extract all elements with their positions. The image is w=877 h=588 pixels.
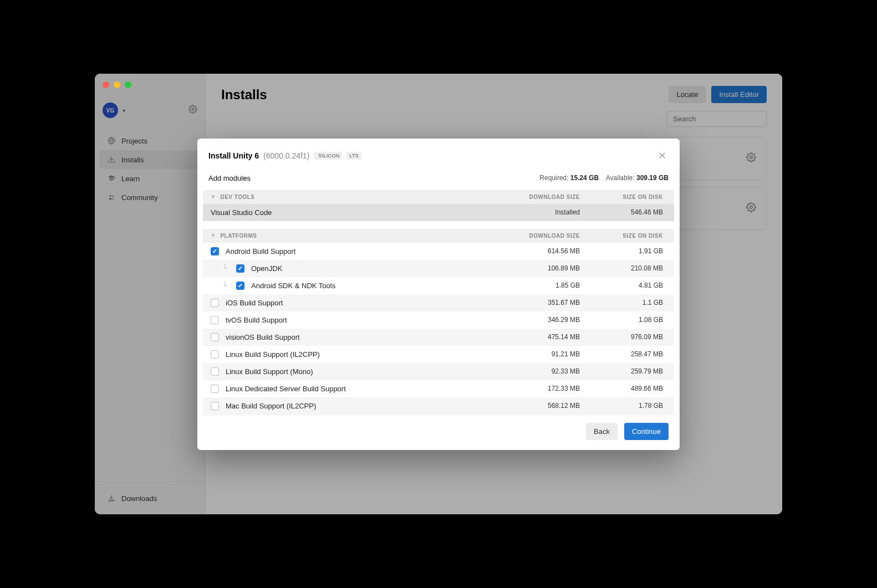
module-checkbox[interactable] [211, 299, 219, 307]
module-disk-size: 258.47 MB [583, 350, 666, 358]
module-name: Linux Build Support (Mono) [226, 367, 313, 376]
modal-subheader: Add modules Required: 15.24 GB Available… [197, 171, 680, 188]
col-download-size: DOWNLOAD SIZE [500, 233, 583, 239]
module-name: visionOS Build Support [226, 333, 300, 341]
space-info: Required: 15.24 GB Available: 309.19 GB [539, 174, 669, 182]
required-value: 15.24 GB [570, 174, 599, 182]
module-download-size: 172.33 MB [500, 385, 583, 392]
module-name: OpenJDK [251, 264, 282, 273]
silicon-chip: SILICON [314, 152, 342, 160]
module-installed-label: Installed [500, 208, 583, 216]
module-disk-size: 210.08 MB [583, 264, 666, 272]
module-row: Linux Build Support (Mono)92.33 MB259.79… [203, 363, 674, 380]
col-size-on-disk: SIZE ON DISK [583, 194, 666, 200]
window-controls [103, 81, 131, 88]
tree-branch-icon: └ [223, 264, 230, 273]
module-disk-size: 489.66 MB [583, 385, 666, 392]
available-value: 309.19 GB [636, 174, 669, 182]
modal-title: Install Unity 6 [208, 151, 259, 160]
modal-version: (6000.0.24f1) [263, 151, 309, 160]
module-download-size: 614.56 MB [500, 247, 583, 255]
back-button[interactable]: Back [586, 423, 618, 440]
app-window: VG ▾ Projects Installs [95, 74, 782, 514]
module-row-left: Linux Build Support (Mono) [211, 367, 500, 376]
module-row-left: Android Build Support [211, 247, 500, 255]
module-name: Linux Dedicated Server Build Support [226, 385, 346, 393]
section-header-devtools: ▼ DEV TOOLS DOWNLOAD SIZE SIZE ON DISK [203, 190, 674, 204]
module-checkbox[interactable] [211, 316, 219, 324]
window-close-icon[interactable] [103, 81, 109, 88]
module-row-left: tvOS Build Support [211, 316, 500, 324]
add-modules-label: Add modules [208, 174, 251, 182]
chevron-down-icon[interactable]: ▼ [211, 194, 216, 200]
module-name: Visual Studio Code [211, 208, 272, 217]
close-icon[interactable]: ✕ [656, 147, 669, 164]
module-row-left: └OpenJDK [211, 264, 500, 273]
module-row: └Android SDK & NDK Tools1.85 GB4.81 GB [203, 277, 674, 294]
module-list[interactable]: ▼ DEV TOOLS DOWNLOAD SIZE SIZE ON DISK V… [197, 188, 680, 415]
module-download-size: 106.89 MB [500, 264, 583, 272]
install-modules-modal: Install Unity 6 (6000.0.24f1) SILICON LT… [197, 139, 680, 450]
module-download-size: 568.12 MB [500, 402, 583, 410]
module-row-left: Linux Build Support (IL2CPP) [211, 350, 500, 359]
module-disk: 546.46 MB [583, 208, 666, 216]
section-header-platforms: ▼ PLATFORMS DOWNLOAD SIZE SIZE ON DISK [203, 229, 674, 243]
available-label: Available: [606, 174, 635, 182]
module-row-left: iOS Build Support [211, 299, 500, 307]
module-checkbox[interactable] [211, 247, 219, 255]
module-name: Android Build Support [226, 247, 295, 255]
module-download-size: 475.14 MB [500, 333, 583, 341]
module-row: Linux Dedicated Server Build Support172.… [203, 380, 674, 397]
module-disk-size: 259.79 MB [583, 367, 666, 375]
module-row-left: Mac Build Support (IL2CPP) [211, 402, 500, 410]
module-download-size: 1.85 GB [500, 282, 583, 289]
lts-chip: LTS [346, 152, 361, 160]
module-row: Mac Build Support (IL2CPP)568.12 MB1.78 … [203, 397, 674, 415]
continue-button[interactable]: Continue [624, 423, 669, 440]
module-download-size: 92.33 MB [500, 367, 583, 375]
module-disk-size: 1.08 GB [583, 316, 666, 324]
module-checkbox[interactable] [211, 333, 219, 341]
module-disk-size: 1.91 GB [583, 247, 666, 255]
tree-branch-icon: └ [223, 282, 230, 290]
module-checkbox[interactable] [236, 282, 244, 290]
required-label: Required: [539, 174, 568, 182]
module-row-vscode: Visual Studio Code Installed 546.46 MB [203, 204, 674, 221]
col-size-on-disk: SIZE ON DISK [583, 233, 666, 239]
module-row-left: visionOS Build Support [211, 333, 500, 341]
module-name: Mac Build Support (IL2CPP) [226, 402, 316, 410]
col-download-size: DOWNLOAD SIZE [500, 194, 583, 200]
module-row: visionOS Build Support475.14 MB976.09 MB [203, 329, 674, 346]
module-row: Android Build Support614.56 MB1.91 GB [203, 243, 674, 260]
module-row-left: └Android SDK & NDK Tools [211, 282, 500, 290]
module-download-size: 346.29 MB [500, 316, 583, 324]
module-disk-size: 1.1 GB [583, 299, 666, 306]
module-row-left: Linux Dedicated Server Build Support [211, 385, 500, 393]
chip-label: SILICON [318, 153, 339, 158]
modal-footer: Back Continue [197, 415, 680, 450]
module-checkbox[interactable] [211, 385, 219, 393]
chevron-down-icon[interactable]: ▼ [211, 233, 216, 238]
module-checkbox[interactable] [236, 264, 244, 273]
module-checkbox[interactable] [211, 350, 219, 359]
module-disk-size: 976.09 MB [583, 333, 666, 341]
module-name: Android SDK & NDK Tools [251, 282, 335, 290]
module-disk-size: 4.81 GB [583, 282, 666, 289]
module-disk-size: 1.78 GB [583, 402, 666, 410]
window-maximize-icon[interactable] [125, 81, 131, 88]
module-download-size: 351.67 MB [500, 299, 583, 306]
modal-overlay: Install Unity 6 (6000.0.24f1) SILICON LT… [95, 74, 782, 514]
modal-header: Install Unity 6 (6000.0.24f1) SILICON LT… [197, 139, 680, 171]
section-label: PLATFORMS [220, 233, 257, 239]
module-row: Linux Build Support (IL2CPP)91.21 MB258.… [203, 346, 674, 363]
module-name: iOS Build Support [226, 299, 283, 307]
section-label: DEV TOOLS [220, 194, 254, 200]
module-checkbox[interactable] [211, 402, 219, 410]
module-row: tvOS Build Support346.29 MB1.08 GB [203, 311, 674, 329]
window-minimize-icon[interactable] [114, 81, 120, 88]
module-name: tvOS Build Support [226, 316, 287, 324]
module-download-size: 91.21 MB [500, 350, 583, 358]
module-checkbox[interactable] [211, 367, 219, 376]
module-row: └OpenJDK106.89 MB210.08 MB [203, 260, 674, 277]
module-name: Linux Build Support (IL2CPP) [226, 350, 320, 359]
